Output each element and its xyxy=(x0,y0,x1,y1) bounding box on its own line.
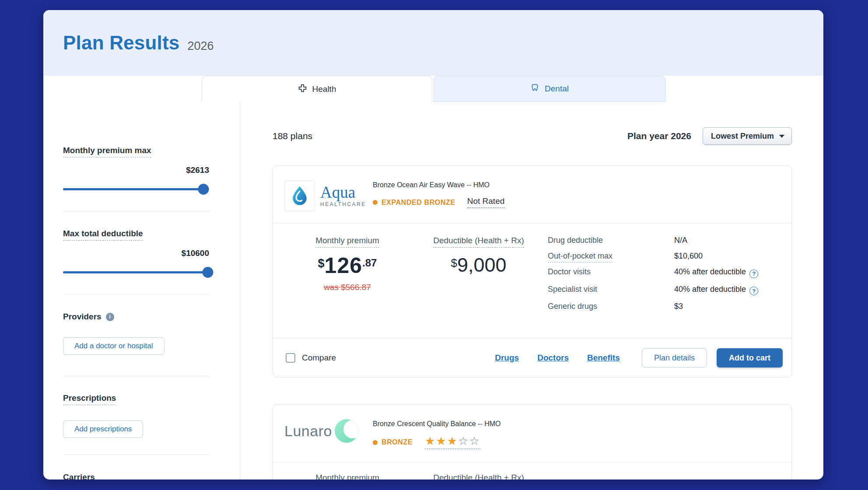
health-cross-icon xyxy=(298,84,307,95)
results-area: 188 plans Plan year 2026 Lowest Premium xyxy=(240,102,823,480)
detail-label[interactable]: Out-of-pocket max xyxy=(548,252,612,262)
benefits-link[interactable]: Benefits xyxy=(587,353,620,363)
detail-value: 40% after deductible? xyxy=(674,267,758,278)
divider xyxy=(63,211,209,211)
star-rating[interactable]: ★★★☆☆ xyxy=(425,435,480,449)
tier-dot-icon xyxy=(373,200,378,205)
premium-max-slider[interactable] xyxy=(63,188,209,190)
carriers-section-label[interactable]: Carriers xyxy=(63,472,95,480)
doctors-link[interactable]: Doctors xyxy=(537,353,569,363)
premium-max-slider-knob[interactable] xyxy=(198,184,209,195)
compare-checkbox[interactable] xyxy=(286,353,295,363)
tier-label: BRONZE xyxy=(382,438,413,446)
detail-label: Specialist visit xyxy=(548,285,674,296)
carrier-name: Lunaro xyxy=(284,423,332,440)
plan-card-aqua: Aqua HEALTHCARE Bronze Ocean Air Easy Wa… xyxy=(273,165,792,378)
tab-health-label: Health xyxy=(312,84,336,94)
divider xyxy=(63,376,209,376)
deductible-max-slider[interactable] xyxy=(63,271,209,273)
premium-column: Monthly premium $126.87 was $566.87 xyxy=(282,236,413,338)
filled-stars: ★★★ xyxy=(425,434,458,448)
help-icon[interactable]: ? xyxy=(749,270,758,278)
divider xyxy=(63,294,209,294)
page-header: Plan Results 2026 xyxy=(43,10,823,76)
plan-results-panel: Plan Results 2026 Health Dental Monthly … xyxy=(43,10,823,480)
add-to-cart-button[interactable]: Add to cart xyxy=(717,348,783,368)
sort-dropdown-value: Lowest Premium xyxy=(711,132,774,141)
plan-card-lunaro: Lunaro Bronze Crescent Quality Balance -… xyxy=(273,404,792,480)
tab-dental[interactable]: Dental xyxy=(434,76,665,102)
divider xyxy=(63,455,209,455)
carrier-subtitle: HEALTHCARE xyxy=(320,201,366,207)
plan-count: 188 plans xyxy=(273,131,312,141)
premium-max-value: $2613 xyxy=(63,165,209,175)
results-toolbar: 188 plans Plan year 2026 Lowest Premium xyxy=(273,127,792,145)
detail-value: 40% after deductible? xyxy=(674,285,758,296)
help-icon[interactable]: ? xyxy=(749,287,758,295)
add-prescriptions-button[interactable]: Add prescriptions xyxy=(63,420,143,438)
tab-health[interactable]: Health xyxy=(202,76,432,102)
carrier-name: Aqua xyxy=(320,184,366,200)
rating-label[interactable]: Not Rated xyxy=(467,196,505,208)
plan-year-label: Plan year 2026 xyxy=(627,131,691,141)
lunaro-logo: Lunaro xyxy=(284,419,373,443)
chevron-down-icon xyxy=(779,135,784,138)
premium-was-amount: was $566.87 xyxy=(282,283,413,292)
aqua-logo: Aqua HEALTHCARE xyxy=(284,180,373,211)
compare-label[interactable]: Compare xyxy=(302,353,336,363)
tab-bar: Health Dental xyxy=(43,76,823,102)
tooth-icon xyxy=(530,83,539,94)
premium-amount: $126.87 xyxy=(282,253,413,278)
providers-section-label: Providers xyxy=(63,312,102,322)
deductible-max-value: $10600 xyxy=(63,248,209,258)
deductible-label[interactable]: Deductible (Health + Rx) xyxy=(433,236,524,248)
detail-value: $3 xyxy=(674,302,758,311)
detail-label: Drug deductible xyxy=(548,236,674,245)
water-drop-icon xyxy=(284,180,315,211)
deductible-max-slider-knob[interactable] xyxy=(202,267,213,278)
filters-sidebar: Monthly premium max $2613 Max total dedu… xyxy=(43,102,240,480)
empty-stars: ☆☆ xyxy=(458,434,480,448)
tier-dot-icon xyxy=(373,440,378,445)
add-doctor-button[interactable]: Add a doctor or hospital xyxy=(63,337,164,355)
drugs-link[interactable]: Drugs xyxy=(495,353,519,363)
deductible-amount: $9,000 xyxy=(413,254,544,276)
detail-value: $10,600 xyxy=(674,252,758,261)
deductible-column: Deductible (Health + Rx) $9,000 xyxy=(413,236,544,338)
premium-max-filter-label[interactable]: Monthly premium max xyxy=(63,146,151,158)
tab-dental-label: Dental xyxy=(545,84,569,94)
plan-name: Bronze Crescent Quality Balance -- HMO xyxy=(373,420,501,428)
premium-label[interactable]: Monthly premium xyxy=(315,236,379,248)
tier-label: EXPANDED BRONZE xyxy=(382,199,455,206)
crescent-moon-icon xyxy=(335,419,358,443)
detail-value: N/A xyxy=(674,236,758,245)
page-year: 2026 xyxy=(188,33,214,53)
deductible-label[interactable]: Deductible (Health + Rx) xyxy=(433,473,524,480)
detail-label: Doctor visits xyxy=(548,267,674,278)
detail-label: Generic drugs xyxy=(548,302,674,311)
info-icon[interactable]: i xyxy=(106,313,114,321)
deductible-max-filter-label[interactable]: Max total deductible xyxy=(63,229,143,241)
plan-name: Bronze Ocean Air Easy Wave -- HMO xyxy=(373,181,504,189)
plan-details-grid: Drug deductible N/A Out-of-pocket max $1… xyxy=(548,236,758,338)
plan-card-footer: Compare Drugs Doctors Benefits Plan deta… xyxy=(273,338,791,377)
prescriptions-section-label[interactable]: Prescriptions xyxy=(63,393,116,405)
sort-dropdown[interactable]: Lowest Premium xyxy=(703,127,792,145)
page-title: Plan Results xyxy=(63,32,180,54)
plan-details-button[interactable]: Plan details xyxy=(642,348,707,368)
premium-label[interactable]: Monthly premium xyxy=(315,473,379,480)
